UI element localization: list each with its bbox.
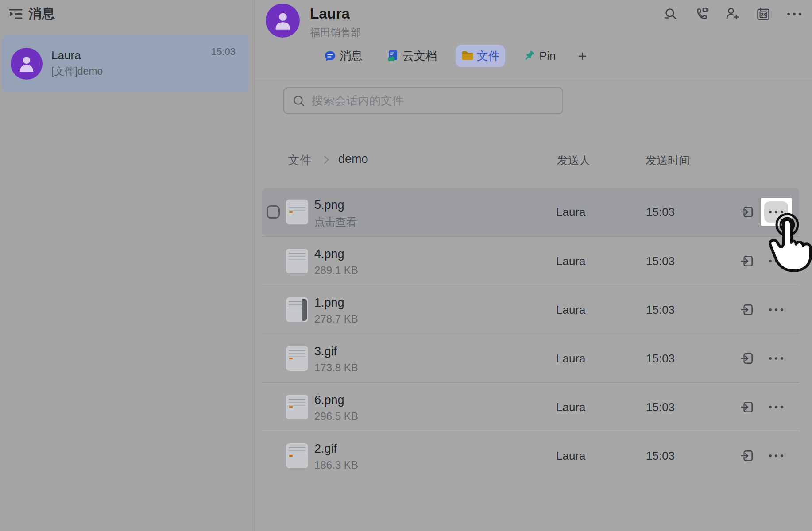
search-in-chat-icon[interactable] [662, 6, 678, 22]
file-name: 5.png [314, 198, 344, 212]
file-row[interactable]: 4.png 289.1 KB Laura 15:03 [262, 236, 799, 285]
file-name: 4.png [314, 247, 344, 261]
conversation-preview: [文件]demo [51, 65, 103, 78]
file-row[interactable]: 2.gif 186.3 KB Laura 15:03 [262, 431, 799, 480]
row-more-button[interactable] [761, 247, 792, 275]
file-meta: 296.5 KB [314, 410, 358, 423]
column-header-sender: 发送人 [557, 153, 590, 168]
header-divider [255, 81, 812, 81]
cloud-doc-icon [387, 50, 399, 62]
tab-messages[interactable]: 消息 [319, 45, 368, 67]
file-sender: Laura [556, 449, 586, 462]
sidebar: 消息 Laura 15:03 [文件]demo [0, 0, 255, 531]
file-name: 1.png [314, 296, 344, 310]
row-more-button[interactable] [761, 393, 792, 421]
file-time: 15:03 [646, 303, 675, 316]
file-sender: Laura [556, 303, 586, 316]
conversation-name: Laura [51, 49, 81, 62]
sidebar-title: 消息 [28, 5, 55, 23]
open-in-chat-icon[interactable] [740, 400, 754, 414]
open-in-chat-icon[interactable] [740, 351, 754, 366]
file-row[interactable]: 1.png 278.7 KB Laura 15:03 [262, 285, 799, 334]
file-sender: Laura [556, 205, 586, 219]
conversation-time: 15:03 [211, 46, 236, 58]
row-checkbox[interactable] [267, 205, 280, 219]
file-row[interactable]: 6.png 296.5 KB Laura 15:03 [262, 382, 799, 431]
tab-label: 消息 [340, 48, 363, 64]
file-row[interactable]: 5.png 点击查看 Laura 15:03 [262, 188, 799, 236]
file-thumbnail-icon [286, 443, 309, 469]
tab-label: Pin [539, 49, 556, 63]
chat-tabs: 消息 云文档 文件 [319, 44, 590, 67]
conversation-item-laura[interactable]: Laura 15:03 [文件]demo [2, 35, 249, 92]
file-meta: 点击查看 [314, 215, 357, 229]
search-icon [292, 94, 305, 108]
file-table: 5.png 点击查看 Laura 15:03 [262, 188, 799, 480]
file-search-box [283, 87, 563, 114]
file-meta: 289.1 KB [314, 264, 358, 277]
folder-icon [461, 50, 473, 62]
row-more-button[interactable] [761, 198, 792, 226]
avatar [11, 48, 43, 80]
chevron-right-icon [323, 155, 330, 166]
row-more-button[interactable] [761, 296, 792, 324]
file-time: 15:03 [646, 400, 675, 414]
file-time: 15:03 [646, 205, 675, 219]
more-actions-icon[interactable] [786, 6, 802, 22]
row-more-button[interactable] [761, 442, 792, 470]
breadcrumb-current: demo [338, 152, 368, 166]
file-thumbnail-icon [286, 248, 309, 274]
calendar-icon[interactable]: 28 [755, 6, 771, 22]
column-header-time: 发送时间 [646, 153, 690, 168]
chat-avatar[interactable] [266, 4, 300, 38]
file-row[interactable]: 3.gif 173.8 KB Laura 15:03 [262, 334, 799, 382]
calendar-day: 28 [761, 12, 766, 17]
add-member-icon[interactable] [724, 6, 740, 22]
collapse-list-icon[interactable] [8, 7, 23, 22]
file-thumbnail-icon [286, 199, 309, 225]
person-icon [272, 10, 294, 31]
file-name: 3.gif [314, 345, 337, 358]
open-in-chat-icon[interactable] [740, 303, 754, 317]
chat-subtitle: 福田销售部 [310, 26, 361, 39]
open-in-chat-icon[interactable] [740, 254, 754, 268]
tab-label: 文件 [477, 48, 500, 64]
open-in-chat-icon[interactable] [740, 449, 754, 463]
search-input[interactable] [312, 94, 554, 108]
file-name: 2.gif [314, 442, 337, 456]
tab-files[interactable]: 文件 [456, 45, 505, 67]
add-tab-button[interactable]: + [575, 48, 591, 63]
pin-icon [524, 50, 536, 62]
chat-bubble-icon [324, 50, 336, 62]
video-call-icon[interactable] [693, 6, 709, 22]
file-thumbnail-icon [286, 346, 309, 371]
tab-cloud-docs[interactable]: 云文档 [381, 45, 442, 67]
file-sender: Laura [556, 351, 586, 365]
tab-label: 云文档 [402, 48, 437, 64]
file-meta: 173.8 KB [314, 362, 358, 374]
app-window: 消息 Laura 15:03 [文件]demo Laura 福田销售部 [0, 0, 812, 531]
file-sender: Laura [556, 400, 586, 414]
file-time: 15:03 [646, 254, 675, 268]
header-actions: 28 [662, 6, 802, 22]
file-thumbnail-icon [286, 297, 309, 323]
row-more-button[interactable] [761, 344, 792, 373]
file-sender: Laura [556, 254, 586, 268]
tab-pin[interactable]: Pin [518, 46, 561, 66]
file-time: 15:03 [646, 449, 675, 462]
open-in-chat-icon[interactable] [740, 205, 754, 219]
file-thumbnail-icon [286, 394, 309, 420]
file-meta: 278.7 KB [314, 313, 358, 325]
breadcrumb-root[interactable]: 文件 [288, 152, 312, 168]
person-icon [17, 54, 36, 73]
file-name: 6.png [314, 393, 344, 407]
file-meta: 186.3 KB [314, 459, 358, 471]
chat-title: Laura [310, 5, 350, 22]
file-time: 15:03 [646, 351, 675, 365]
